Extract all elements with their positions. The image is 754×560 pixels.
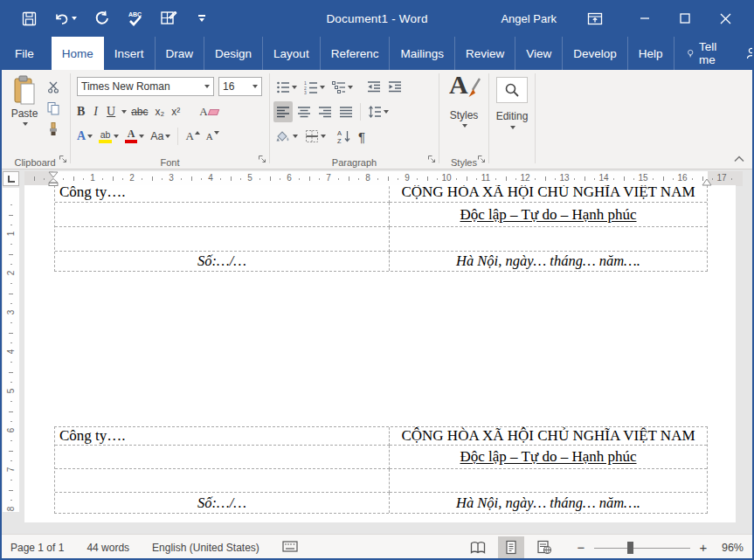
ruler-number: 17 [716, 173, 727, 183]
format-painter-button[interactable] [44, 119, 63, 140]
tab-insert[interactable]: Insert [104, 37, 156, 70]
table2-row1-left-cell[interactable]: Công ty…. [55, 427, 390, 446]
underline-caret[interactable] [121, 110, 127, 114]
table2-row3-right-cell[interactable] [390, 469, 707, 493]
sort-button[interactable]: AZ [334, 126, 354, 147]
font-color-button[interactable]: A [122, 126, 147, 147]
zoom-level[interactable]: 96% [722, 542, 744, 554]
increase-indent-button[interactable] [385, 77, 405, 98]
font-size-combo[interactable]: 16 [218, 77, 262, 96]
text-effects-button[interactable]: A [74, 126, 95, 147]
read-mode-button[interactable] [465, 536, 491, 559]
table1-row1-right-cell[interactable]: CỘNG HÒA XÃ HỘI CHỦ NGHĨA VIỆT NAM [390, 185, 707, 203]
minimize-button[interactable] [625, 0, 665, 37]
decrease-indent-button[interactable] [364, 77, 384, 98]
grow-font-button[interactable]: A [183, 126, 202, 147]
maximize-button[interactable] [665, 0, 705, 37]
tab-referenc[interactable]: Referenc [321, 37, 391, 70]
tab-home[interactable]: Home [52, 37, 104, 70]
subscript-button[interactable]: x₂ [153, 101, 168, 122]
shading-button[interactable] [273, 126, 301, 147]
ribbon-display-options-button[interactable] [578, 0, 612, 37]
tab-view[interactable]: View [515, 37, 563, 70]
tab-help[interactable]: Help [628, 37, 674, 70]
table1-row4-right-cell[interactable]: Hà Nội, ngày… tháng… năm…. [390, 252, 707, 271]
line-spacing-button[interactable] [365, 101, 391, 122]
zoom-slider[interactable] [594, 541, 690, 555]
indent-markers[interactable] [48, 171, 59, 186]
tab-layout[interactable]: Layout [263, 37, 321, 70]
styles-button[interactable]: A Styles [444, 75, 484, 128]
right-indent-marker[interactable] [702, 178, 712, 186]
ruler-number: 13 [559, 173, 570, 183]
zoom-out-button[interactable]: − [573, 540, 589, 555]
language-indicator[interactable]: English (United States) [152, 542, 259, 554]
close-button[interactable] [705, 0, 745, 37]
user-name[interactable]: Angel Park [501, 12, 557, 25]
print-layout-button[interactable] [498, 536, 524, 559]
document-page[interactable]: Công ty….CỘNG HÒA XÃ HỘI CHỦ NGHĨA VIỆT … [24, 185, 736, 522]
table1-row1-left-cell[interactable]: Công ty…. [55, 185, 390, 203]
change-case-button[interactable]: Aa [148, 126, 173, 147]
cut-button[interactable] [44, 77, 63, 98]
paste-dropdown-caret[interactable] [23, 122, 28, 126]
editing-button[interactable]: Editing [494, 77, 530, 129]
zoom-in-button[interactable]: + [695, 540, 711, 555]
table1-row3-left-cell[interactable] [55, 227, 390, 252]
table1-row2-left-cell[interactable] [55, 203, 390, 227]
tab-review[interactable]: Review [455, 37, 515, 70]
word-window: ABC Document1 - Word Angel Park [0, 0, 754, 560]
align-right-button[interactable] [315, 101, 335, 122]
table2-row4-right-cell[interactable]: Hà Nội, ngày… tháng… năm…. [390, 493, 707, 513]
table1-row3-right-cell[interactable] [390, 227, 707, 252]
tab-design[interactable]: Design [204, 37, 263, 70]
underline-button[interactable]: U [104, 101, 118, 122]
styles-dialog-launcher[interactable] [477, 154, 486, 166]
strikethrough-button[interactable]: abc [128, 101, 150, 122]
shrink-font-button[interactable]: A [204, 126, 222, 147]
borders-button[interactable] [302, 126, 329, 147]
table1-row4-left-cell[interactable]: Số:…/… [55, 252, 390, 271]
justify-button[interactable] [336, 101, 356, 122]
highlight-button[interactable]: ab [96, 126, 121, 147]
align-right-icon [318, 106, 332, 119]
table2-row3-left-cell[interactable] [55, 469, 390, 493]
tab-draw[interactable]: Draw [156, 37, 205, 70]
tab-selector[interactable] [3, 171, 19, 186]
paste-button[interactable]: Paste [5, 75, 44, 126]
tab-mailings[interactable]: Mailings [390, 37, 455, 70]
page-indicator[interactable]: Page 1 of 1 [10, 542, 64, 554]
superscript-button[interactable]: x² [169, 101, 183, 122]
font-dialog-launcher[interactable] [258, 154, 266, 166]
collapse-ribbon-button[interactable] [733, 153, 745, 165]
table2-row2-left-cell[interactable] [55, 446, 390, 469]
copy-button[interactable] [44, 98, 63, 119]
table2-row4-left-cell[interactable]: Số:…/… [55, 493, 390, 513]
table1-row2-right-cell[interactable]: Độc lập – Tự do – Hạnh phúc [390, 203, 707, 227]
font-name-combo[interactable]: Times New Roman [77, 77, 214, 96]
word-count[interactable]: 44 words [86, 542, 129, 554]
clipboard-dialog-launcher[interactable] [59, 154, 67, 166]
font-color-bar [125, 140, 137, 143]
paragraph-dialog-launcher[interactable] [427, 154, 436, 166]
clear-formatting-button[interactable]: A [197, 101, 220, 122]
table2-row2-right-cell[interactable]: Độc lập – Tự do – Hạnh phúc [390, 446, 707, 469]
bullets-button[interactable] [273, 77, 300, 98]
zoom-slider-thumb[interactable] [627, 542, 633, 554]
tab-file[interactable]: File [0, 37, 49, 70]
keyboard-status-button[interactable] [282, 540, 298, 556]
numbering-button[interactable]: 123 [301, 77, 328, 98]
horizontal-ruler[interactable]: 1234567891011121314151617 [24, 171, 743, 186]
italic-button[interactable]: I [89, 101, 102, 122]
tab-develop[interactable]: Develop [563, 37, 628, 70]
align-left-button[interactable] [273, 101, 293, 122]
bold-button[interactable]: B [74, 101, 87, 122]
align-center-button[interactable] [294, 101, 314, 122]
vertical-ruler[interactable]: 12345678 [3, 188, 19, 512]
web-layout-button[interactable] [531, 536, 557, 559]
tell-me-button[interactable]: Tell me [674, 37, 734, 70]
multilevel-list-button[interactable] [329, 77, 356, 98]
share-button[interactable]: Share [734, 37, 754, 70]
show-hide-pilcrow-button[interactable]: ¶ [356, 126, 368, 147]
table2-row1-right-cell[interactable]: CỘNG HÒA XÃ HỘI CHỦ NGHĨA VIỆT NAM [390, 427, 707, 446]
